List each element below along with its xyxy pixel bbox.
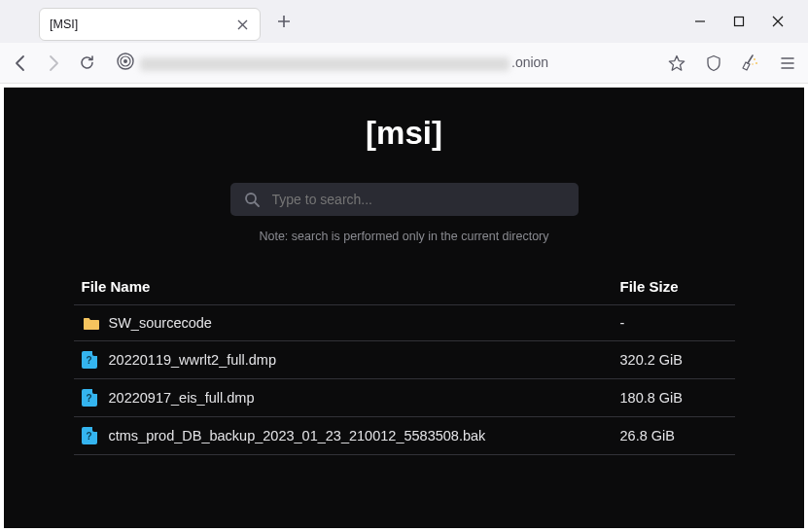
file-size: - <box>620 315 727 331</box>
bookmark-button[interactable] <box>666 53 687 74</box>
svg-point-3 <box>123 59 127 63</box>
file-name: SW_sourcecode <box>109 315 620 331</box>
url-text: .onion <box>140 54 548 70</box>
new-tab-button[interactable] <box>270 8 298 35</box>
tab-title: [MSI] <box>50 18 234 31</box>
content-area: [msi] Note: search is performed only in … <box>0 84 808 532</box>
close-window-button[interactable] <box>767 11 789 32</box>
maximize-button[interactable] <box>728 11 750 32</box>
col-name-header: File Name <box>82 278 620 295</box>
titlebar: [MSI] <box>0 0 808 43</box>
file-icon <box>82 351 97 369</box>
back-button[interactable] <box>10 53 31 74</box>
svg-point-5 <box>755 62 757 64</box>
browser-tab[interactable]: [MSI] <box>39 8 261 41</box>
file-size: 26.8 GiB <box>620 428 727 443</box>
file-icon <box>82 427 97 444</box>
svg-rect-0 <box>735 18 744 26</box>
file-name: 20220119_wwrlt2_full.dmp <box>109 352 620 368</box>
file-size: 180.8 GiB <box>620 390 727 406</box>
file-size: 320.2 GiB <box>620 352 727 368</box>
table-header: File Name File Size <box>74 278 735 304</box>
search-box[interactable] <box>230 183 579 216</box>
file-icon <box>82 389 97 407</box>
file-name: ctms_prod_DB_backup_2023_01_23_210012_55… <box>109 428 620 443</box>
search-note: Note: search is performed only in the cu… <box>259 230 548 243</box>
file-table: File Name File Size SW_sourcecode-202201… <box>74 278 735 455</box>
minimize-button[interactable] <box>689 11 711 32</box>
onion-circuit-icon[interactable] <box>117 53 134 73</box>
table-row[interactable]: SW_sourcecode- <box>74 304 735 340</box>
window-controls <box>689 11 802 32</box>
table-row[interactable]: 20220119_wwrlt2_full.dmp320.2 GiB <box>74 340 735 378</box>
folder-icon <box>82 316 101 331</box>
close-tab-button[interactable] <box>234 17 250 32</box>
svg-point-6 <box>752 63 754 65</box>
menu-button[interactable] <box>777 53 798 74</box>
url-bar[interactable]: .onion <box>109 49 647 78</box>
reload-button[interactable] <box>76 53 97 74</box>
page-title: [msi] <box>366 115 442 152</box>
forward-button[interactable] <box>43 53 64 74</box>
table-row[interactable]: 20220917_eis_full.dmp180.8 GiB <box>74 378 735 416</box>
search-icon <box>244 192 261 208</box>
table-row[interactable]: ctms_prod_DB_backup_2023_01_23_210012_55… <box>74 416 735 455</box>
search-input[interactable] <box>272 192 565 207</box>
svg-point-4 <box>754 58 755 60</box>
navbar: .onion <box>0 43 808 84</box>
col-size-header: File Size <box>620 278 727 295</box>
identity-broom-icon[interactable] <box>740 53 761 74</box>
shield-icon[interactable] <box>703 53 724 74</box>
page-body: [msi] Note: search is performed only in … <box>4 88 804 528</box>
file-name: 20220917_eis_full.dmp <box>109 390 620 406</box>
